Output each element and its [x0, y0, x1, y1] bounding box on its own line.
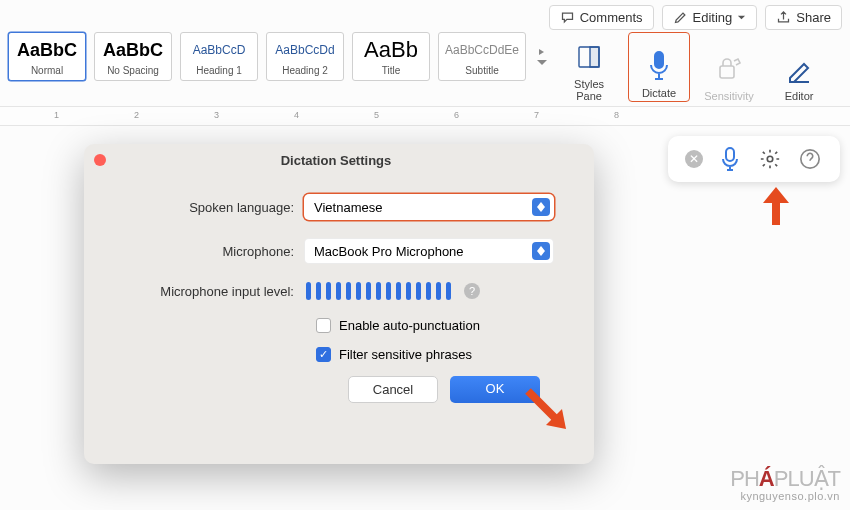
svg-rect-4	[726, 148, 734, 161]
ruler-num: 1	[54, 110, 59, 120]
close-icon[interactable]: ✕	[685, 150, 703, 168]
style-tile-no-spacing[interactable]: AaBbC No Spacing	[94, 32, 172, 81]
pencil-icon	[673, 10, 688, 25]
chevron-down-icon	[537, 59, 547, 65]
speech-bubble-icon	[560, 10, 575, 25]
microphone-icon	[719, 146, 741, 172]
style-label: No Spacing	[101, 65, 165, 76]
svg-rect-2	[655, 52, 663, 68]
tool-label: Sensitivity	[704, 90, 754, 102]
comments-label: Comments	[580, 10, 643, 25]
style-tile-title[interactable]: AaBb Title	[352, 32, 430, 81]
style-tile-heading-1[interactable]: AaBbCcD Heading 1	[180, 32, 258, 81]
ruler-num: 7	[534, 110, 539, 120]
spoken-language-label: Spoken language:	[124, 200, 304, 215]
spoken-language-value: Vietnamese	[314, 200, 382, 215]
style-sample: AaBb	[359, 36, 423, 64]
watermark-url: kynguyenso.plo.vn	[730, 490, 840, 502]
dictate-floating-toolbar: ✕	[668, 136, 840, 182]
comments-button[interactable]: Comments	[549, 5, 654, 30]
share-button[interactable]: Share	[765, 5, 842, 30]
dialog-title: Dictation Settings	[88, 153, 584, 168]
ruler-num: 2	[134, 110, 139, 120]
dictation-settings-dialog: Dictation Settings Spoken language: Viet…	[84, 144, 594, 464]
microphone-value: MacBook Pro Microphone	[314, 244, 464, 259]
horizontal-ruler: 1 2 3 4 5 6 7 8	[0, 106, 850, 126]
annotation-arrow-icon	[759, 185, 793, 229]
editor-button[interactable]: Editor	[768, 32, 830, 102]
microphone-icon	[646, 45, 672, 87]
style-label: Heading 1	[187, 65, 251, 76]
cancel-button[interactable]: Cancel	[348, 376, 438, 403]
filter-phrases-checkbox[interactable]: ✓	[316, 347, 331, 362]
style-sample: AaBbCcDdEe	[445, 36, 519, 64]
sensitivity-button: Sensitivity	[698, 32, 760, 102]
dropdown-caret-icon	[532, 198, 550, 216]
input-level-label: Microphone input level:	[124, 284, 304, 299]
watermark: PHÁPLUẬT kynguyenso.plo.vn	[730, 466, 840, 502]
style-sample: AaBbCcDd	[273, 36, 337, 64]
ruler-num: 6	[454, 110, 459, 120]
editing-button[interactable]: Editing	[662, 5, 758, 30]
filter-phrases-label: Filter sensitive phrases	[339, 347, 472, 362]
dropdown-caret-icon	[532, 242, 550, 260]
auto-punctuation-label: Enable auto-punctuation	[339, 318, 480, 333]
editing-label: Editing	[693, 10, 733, 25]
spoken-language-dropdown[interactable]: Vietnamese	[304, 194, 554, 220]
microphone-dropdown[interactable]: MacBook Pro Microphone	[304, 238, 554, 264]
input-level-meter: ?	[306, 282, 480, 300]
svg-rect-1	[590, 47, 599, 67]
microphone-label: Microphone:	[124, 244, 304, 259]
style-tile-subtitle[interactable]: AaBbCcDdEe Subtitle	[438, 32, 526, 81]
share-icon	[776, 10, 791, 25]
styles-pane-icon	[574, 36, 604, 78]
style-tile-heading-2[interactable]: AaBbCcDd Heading 2	[266, 32, 344, 81]
style-sample: AaBbC	[101, 36, 165, 64]
microphone-button[interactable]	[717, 146, 743, 172]
share-label: Share	[796, 10, 831, 25]
ruler-num: 4	[294, 110, 299, 120]
sensitivity-icon	[714, 48, 744, 90]
style-label: Heading 2	[273, 65, 337, 76]
question-circle-icon	[799, 148, 821, 170]
tool-label: Dictate	[642, 87, 676, 99]
gear-icon	[759, 148, 781, 170]
annotation-arrow-icon	[522, 385, 572, 435]
window-action-bar: Comments Editing Share	[549, 5, 842, 30]
style-tile-normal[interactable]: AaBbC Normal	[8, 32, 86, 81]
style-label: Title	[359, 65, 423, 76]
ruler-num: 5	[374, 110, 379, 120]
auto-punctuation-checkbox[interactable]	[316, 318, 331, 333]
tool-label: Styles Pane	[574, 78, 604, 102]
watermark-brand: PHÁPLUẬT	[730, 466, 840, 492]
styles-pane-button[interactable]: Styles Pane	[558, 32, 620, 102]
editor-icon	[784, 48, 814, 90]
styles-gallery-expand[interactable]	[534, 32, 550, 82]
style-sample: AaBbCcD	[187, 36, 251, 64]
dialog-titlebar: Dictation Settings	[84, 144, 594, 176]
help-button[interactable]	[797, 146, 823, 172]
style-sample: AaBbC	[15, 36, 79, 64]
ruler-num: 8	[614, 110, 619, 120]
style-label: Normal	[15, 65, 79, 76]
tool-label: Editor	[785, 90, 814, 102]
svg-rect-3	[720, 66, 734, 78]
dictate-button[interactable]: Dictate	[628, 32, 690, 102]
ruler-num: 3	[214, 110, 219, 120]
settings-button[interactable]	[757, 146, 783, 172]
style-label: Subtitle	[445, 65, 519, 76]
chevron-down-icon	[737, 13, 746, 22]
ribbon: AaBbC Normal AaBbC No Spacing AaBbCcD He…	[8, 32, 842, 104]
chevron-right-icon	[537, 49, 547, 55]
svg-point-5	[767, 156, 773, 162]
help-icon[interactable]: ?	[464, 283, 480, 299]
